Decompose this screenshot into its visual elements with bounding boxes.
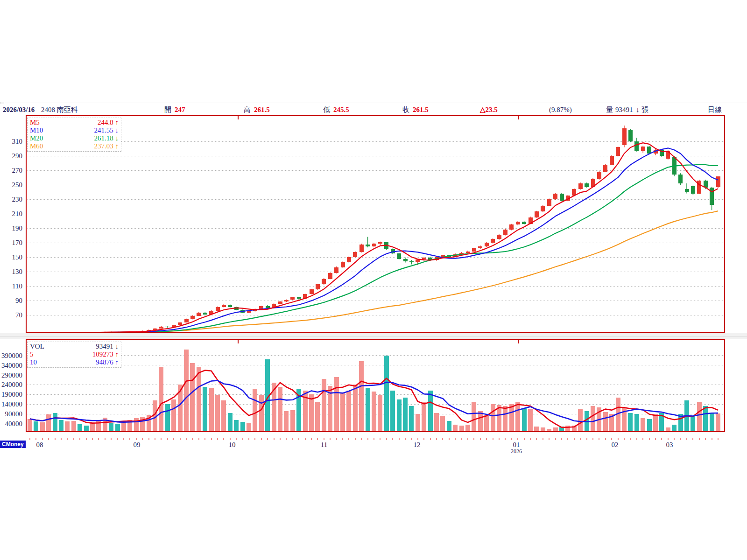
- volume-bar: [522, 408, 527, 431]
- candle: [491, 239, 495, 243]
- candle: [334, 267, 338, 273]
- candle: [585, 183, 589, 187]
- volume-bar: [653, 414, 658, 431]
- volume-bar: [384, 356, 389, 431]
- volume-bar: [428, 391, 433, 431]
- legend-row-m10: M10 241.55 ↓: [30, 126, 119, 134]
- volume-bar: [59, 420, 63, 431]
- candle: [378, 242, 382, 244]
- volume-bar: [34, 421, 38, 431]
- volume-bar: [716, 413, 720, 431]
- candle: [685, 189, 689, 192]
- volume-bar: [284, 411, 289, 431]
- price-axis-tick: 310: [12, 138, 23, 145]
- volume-bar: [478, 411, 483, 431]
- chart-canvas[interactable]: 3102902702502302101901701501301109070390…: [0, 0, 747, 560]
- volume-bar: [84, 426, 89, 431]
- volume-bar: [253, 389, 257, 431]
- volume-bar: [190, 363, 195, 431]
- volume-bar: [90, 423, 95, 431]
- legend-row-vol: VOL 93491 ↓: [30, 343, 119, 350]
- volume-bar: [315, 402, 320, 431]
- volume-bar: [447, 421, 451, 431]
- price-axis-tick: 210: [12, 210, 23, 217]
- candle: [547, 199, 551, 206]
- volume-bar: [65, 421, 70, 431]
- volume-bar: [228, 413, 233, 431]
- ma10-label: M10: [30, 126, 43, 134]
- volume-bar: [491, 404, 495, 431]
- candle: [622, 128, 627, 145]
- volume-bar: [372, 392, 376, 431]
- month-label: 11: [321, 441, 327, 448]
- volume-bar: [534, 427, 539, 431]
- volume-bar: [203, 387, 207, 431]
- volume-bar: [465, 425, 470, 431]
- candle: [497, 235, 501, 239]
- app-window: 2026/03/16 2408 南亞科 開 247 高 261.5 低 245.…: [0, 0, 747, 560]
- volume-bar: [53, 413, 57, 431]
- volume-bar: [334, 377, 339, 431]
- ma10-line: [30, 148, 718, 332]
- volume-series: [28, 350, 720, 431]
- vma5-value: 109273 ↑: [92, 350, 119, 358]
- candle: [522, 222, 526, 224]
- price-axis-tick: 70: [15, 311, 22, 319]
- volume-bar: [359, 361, 364, 431]
- volume-bar: [603, 412, 608, 431]
- month-label: 12: [414, 441, 421, 448]
- volume-bar: [691, 416, 695, 431]
- vma10-value: 94876 ↑: [96, 358, 119, 366]
- volume-bar: [171, 399, 176, 431]
- volume-bar: [397, 399, 402, 431]
- volume-bar: [484, 415, 489, 431]
- candle: [284, 300, 289, 302]
- candle: [165, 327, 169, 328]
- ma60-label: M60: [30, 142, 43, 150]
- volume-bar: [422, 402, 426, 431]
- candle: [541, 206, 545, 211]
- month-label: 09: [134, 441, 141, 448]
- candle: [372, 244, 376, 246]
- candle: [697, 181, 701, 194]
- candle: [297, 297, 301, 299]
- volume-bar: [346, 391, 351, 431]
- volume-bar: [647, 419, 652, 432]
- candle: [634, 141, 639, 151]
- candle: [290, 297, 295, 300]
- candle: [535, 211, 539, 217]
- volume-bar: [309, 394, 314, 431]
- ma60-value: 237.03 ↑: [94, 142, 119, 150]
- candle: [222, 305, 226, 307]
- month-label: 02: [612, 441, 619, 448]
- volume-bar: [565, 426, 570, 431]
- candle: [603, 165, 607, 172]
- volume-bar: [541, 427, 545, 431]
- year-label: 2026: [511, 448, 522, 455]
- price-axis-tick: 270: [12, 167, 23, 174]
- volume-bar: [184, 350, 189, 431]
- price-axis-tick: 170: [12, 239, 23, 246]
- candle: [691, 186, 695, 194]
- volume-bar: [672, 425, 677, 431]
- candle: [310, 289, 314, 294]
- vol-label: VOL: [30, 343, 44, 350]
- candle: [322, 279, 326, 285]
- volume-bar: [290, 410, 295, 431]
- month-label: 10: [229, 441, 236, 448]
- volume-bar: [40, 422, 45, 431]
- volume-bar: [134, 418, 139, 431]
- volume-legend: VOL 93491 ↓ 5 109273 ↑ 10 94876 ↑: [27, 342, 121, 368]
- candle: [485, 243, 489, 246]
- price-axis-tick: 250: [12, 181, 23, 189]
- volume-bar: [528, 409, 533, 431]
- volume-axis-tick: 290000: [1, 371, 22, 379]
- volume-bar: [353, 385, 358, 431]
- volume-bar: [515, 402, 520, 431]
- candle: [228, 305, 232, 307]
- candle: [266, 306, 270, 308]
- candle: [178, 322, 182, 325]
- volume-bar: [159, 367, 163, 431]
- volume-bar: [703, 406, 708, 431]
- candle: [716, 176, 720, 187]
